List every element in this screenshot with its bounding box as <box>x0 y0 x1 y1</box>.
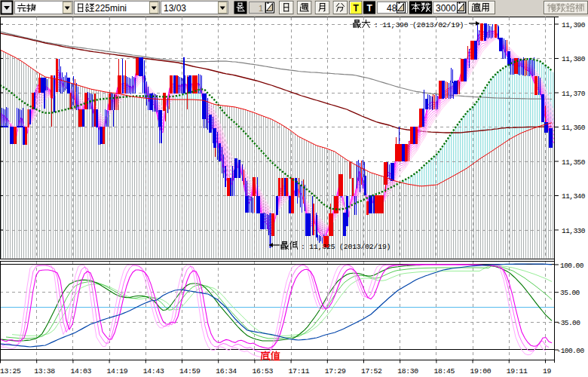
svg-text:-35.00: -35.00 <box>557 319 581 327</box>
svg-text:11,360: 11,360 <box>562 124 586 132</box>
svg-text:11,330: 11,330 <box>562 227 586 235</box>
svg-text:13:25: 13:25 <box>0 367 21 375</box>
svg-text:16:34: 16:34 <box>216 367 237 375</box>
svg-text:35.00: 35.00 <box>560 289 580 297</box>
svg-text:13/03: 13/03 <box>164 3 186 14</box>
svg-text:16:53: 16:53 <box>252 367 273 375</box>
svg-text:17:52: 17:52 <box>361 367 382 375</box>
svg-text:T: T <box>367 3 373 14</box>
svg-text:19:00: 19:00 <box>470 367 492 375</box>
svg-text:3000: 3000 <box>436 3 456 14</box>
svg-text:11,370: 11,370 <box>562 90 586 98</box>
svg-text:-100.00: -100.00 <box>557 347 585 355</box>
svg-text:48: 48 <box>387 3 397 14</box>
svg-text:: 11,325 (2013/02/19): : 11,325 (2013/02/19) <box>301 243 390 251</box>
svg-text:11,390: 11,390 <box>562 21 586 29</box>
svg-text:17:29: 17:29 <box>325 367 346 375</box>
svg-text:13:38: 13:38 <box>34 367 55 375</box>
svg-text:: 11,390 (2013/02/19): : 11,390 (2013/02/19) <box>374 21 464 29</box>
svg-text:T: T <box>354 3 360 14</box>
svg-text:19:11: 19:11 <box>507 367 528 375</box>
svg-text:14:59: 14:59 <box>179 367 201 375</box>
svg-text:17:11: 17:11 <box>289 367 310 375</box>
svg-text:11,380: 11,380 <box>562 55 586 63</box>
svg-text:11,340: 11,340 <box>562 192 586 201</box>
svg-text:14:03: 14:03 <box>70 367 91 375</box>
svg-text:18:30: 18:30 <box>397 367 418 375</box>
svg-text:14:19: 14:19 <box>107 367 128 375</box>
svg-text:11,350: 11,350 <box>562 158 586 167</box>
svg-text:100.00: 100.00 <box>560 262 584 270</box>
svg-text:18:45: 18:45 <box>433 367 455 375</box>
svg-text:225mini: 225mini <box>95 3 127 14</box>
svg-text:1: 1 <box>259 4 263 13</box>
svg-text:14:43: 14:43 <box>143 367 164 375</box>
